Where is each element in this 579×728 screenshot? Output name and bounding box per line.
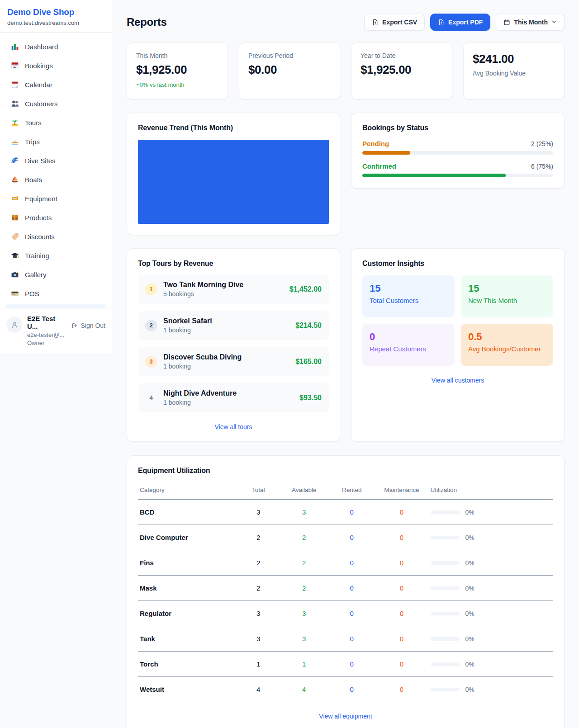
chevron-down-icon (551, 19, 557, 26)
cell-maintenance: 0 (375, 652, 428, 677)
view-all-tours-link[interactable]: View all tours (138, 423, 329, 430)
utilization-bar (431, 586, 460, 590)
utilization-percent: 0% (465, 534, 475, 541)
bookings-by-status-title: Bookings by Status (362, 124, 553, 132)
tour-name: Two Tank Morning Dive (163, 281, 283, 289)
utilization-cell: 0% (431, 686, 551, 693)
status-count: 2 (25%) (531, 140, 553, 147)
sidebar-item-pos[interactable]: POS (5, 285, 106, 302)
sidebar-item-label: Training (25, 252, 49, 260)
island-icon (11, 118, 19, 127)
svg-text:17: 17 (13, 65, 17, 69)
sidebar-item-label: Products (25, 214, 52, 222)
sign-out-button[interactable]: Sign Out (71, 322, 105, 329)
sidebar-item-label: Discounts (25, 233, 55, 241)
table-header-row: Category Total Available Rented Maintena… (138, 482, 553, 500)
stat-card-this-month: This Month $1,925.00 +0% vs last month (127, 43, 228, 99)
utilization-percent: 0% (465, 559, 475, 567)
insight-total-customers: 15 Total Customers (362, 275, 455, 317)
stat-value: $1,925.00 (136, 63, 218, 77)
cell-maintenance: 0 (375, 500, 428, 525)
sidebar-item-label: Dive Sites (25, 157, 56, 165)
cell-category: Dive Computer (138, 525, 237, 550)
cell-available: 1 (279, 652, 329, 677)
cell-category: Mask (138, 576, 237, 601)
sidebar-item-tours[interactable]: Tours (5, 114, 106, 131)
tag-icon (11, 232, 19, 241)
table-row: Mask 2 2 0 0 0% (138, 576, 553, 601)
cell-available: 4 (279, 677, 329, 702)
cell-total: 2 (237, 525, 279, 550)
sidebar-item-training[interactable]: Training (5, 247, 106, 264)
equipment-table: Category Total Available Rented Maintena… (138, 482, 553, 702)
insight-value: 15 (370, 283, 447, 294)
top-tours-title: Top Tours by Revenue (138, 260, 329, 268)
insight-label: Total Customers (370, 297, 447, 304)
sidebar-item-label: Tours (25, 119, 42, 127)
sidebar-item-boats[interactable]: Boats (5, 171, 106, 188)
utilization-percent: 0% (465, 585, 475, 592)
status-label: Confirmed (362, 162, 396, 170)
insight-new-this-month: 15 New This Month (461, 275, 553, 317)
sidebar-item-gallery[interactable]: Gallery (5, 266, 106, 283)
user-role: Owner (27, 340, 67, 346)
sidebar-item-products[interactable]: Products (5, 209, 106, 226)
sidebar-item-dive-sites[interactable]: Dive Sites (5, 152, 106, 169)
user-section: E2E Test U... e2e-tester@... Owner Sign … (0, 309, 112, 353)
utilization-bar (431, 637, 460, 641)
tear-off-calendar-icon (11, 80, 19, 89)
tour-bookings: 1 booking (163, 363, 289, 370)
sidebar-item-label: Gallery (25, 271, 47, 279)
tour-revenue: $1,452.00 (290, 285, 322, 293)
user-email: e2e-tester@... (27, 331, 67, 338)
utilization-bar (431, 662, 460, 666)
sidebar-item-trips[interactable]: Trips (5, 133, 106, 150)
credit-card-icon (11, 289, 19, 298)
stat-label: Year to Date (361, 52, 443, 59)
col-utilization: Utilization (429, 482, 553, 500)
sidebar-item-equipment[interactable]: Equipment (5, 190, 106, 207)
export-csv-button[interactable]: Export CSV (364, 14, 425, 31)
insight-label: Repeat Customers (370, 345, 447, 353)
sidebar-item-calendar[interactable]: Calendar (5, 76, 106, 93)
sidebar-item-customers[interactable]: Customers (5, 95, 106, 112)
cell-available: 3 (279, 601, 329, 626)
table-row: Tank 3 3 0 0 0% (138, 626, 553, 652)
sidebar-item-active-partial[interactable] (5, 304, 106, 308)
period-dropdown[interactable]: This Month (496, 14, 565, 31)
tour-name: Discover Scuba Diving (163, 353, 289, 361)
cell-maintenance: 0 (375, 525, 428, 550)
utilization-cell: 0% (431, 610, 551, 617)
cell-total: 3 (237, 500, 279, 525)
stat-label: Previous Period (248, 52, 331, 59)
rank-badge: 4 (145, 392, 157, 404)
stats-row: This Month $1,925.00 +0% vs last month P… (127, 43, 565, 99)
view-all-equipment-link[interactable]: View all equipment (138, 713, 553, 720)
insight-avg-bookings: 0.5 Avg Bookings/Customer (461, 324, 553, 366)
dive-mask-icon (11, 194, 19, 203)
cell-category: Regulator (138, 601, 237, 626)
export-pdf-button[interactable]: Export PDF (430, 14, 490, 31)
sidebar-item-discounts[interactable]: Discounts (5, 228, 106, 245)
cell-rented: 0 (329, 525, 375, 550)
utilization-cell: 0% (431, 635, 551, 643)
revenue-trend-title: Revenue Trend (This Month) (138, 124, 329, 132)
cell-maintenance: 0 (375, 677, 428, 702)
cell-maintenance: 0 (375, 601, 428, 626)
col-available: Available (279, 482, 329, 500)
tour-row: 1 Two Tank Morning Dive 5 bookings $1,45… (138, 274, 329, 304)
sidebar-item-bookings[interactable]: 17 Bookings (5, 57, 106, 74)
stat-value: $1,925.00 (361, 63, 443, 77)
sidebar-item-dashboard[interactable]: Dashboard (5, 38, 106, 55)
page-title: Reports (127, 16, 167, 28)
stat-card-avg-booking-value: $241.00 Avg Booking Value (463, 43, 565, 99)
utilization-cell: 0% (431, 559, 551, 567)
cell-available: 2 (279, 525, 329, 550)
cell-category: Fins (138, 550, 237, 576)
revenue-trend-card: Revenue Trend (This Month) (127, 113, 340, 235)
view-all-customers-link[interactable]: View all customers (362, 377, 553, 384)
cell-available: 2 (279, 576, 329, 601)
sidebar-item-label: POS (25, 290, 39, 298)
sidebar-item-label: Calendar (25, 81, 52, 89)
stat-value: $0.00 (248, 63, 331, 77)
